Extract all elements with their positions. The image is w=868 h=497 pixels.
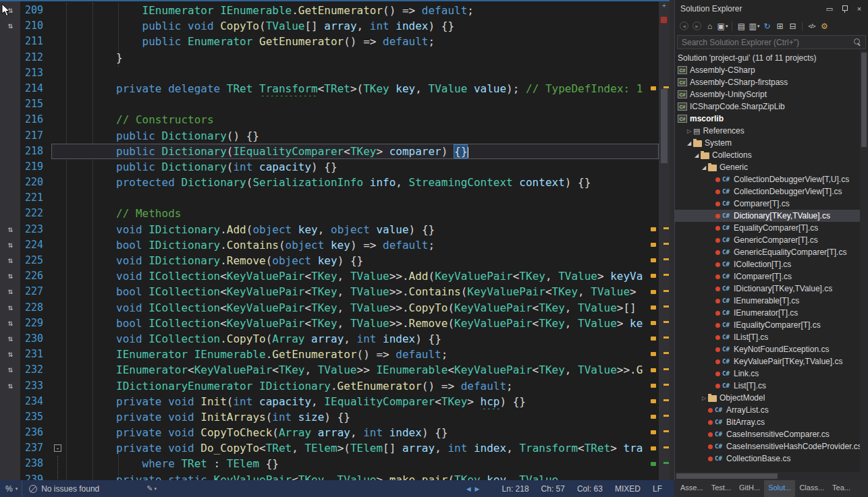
view-code-button[interactable]: </> xyxy=(806,20,817,33)
expander-icon[interactable]: ▷ xyxy=(700,395,708,401)
line-number[interactable]: 237 xyxy=(20,440,51,456)
file-node[interactable]: C#IEqualityComparer[T].cs xyxy=(675,319,860,331)
line-number[interactable]: 232 xyxy=(20,362,51,378)
line-number[interactable]: 214 xyxy=(20,81,51,96)
line-number[interactable]: 212 xyxy=(20,50,51,65)
filter-button[interactable]: ▥▾ xyxy=(749,20,760,33)
project-node[interactable]: C#mscorlib xyxy=(675,113,860,125)
line-number[interactable]: 231 xyxy=(20,347,51,362)
code-line[interactable]: 213 xyxy=(0,65,659,81)
code-line[interactable]: ⇅209 IEnumerator IEnumerable.GetEnumerat… xyxy=(0,3,659,18)
line-number[interactable]: 221 xyxy=(20,190,51,206)
line-number[interactable]: 215 xyxy=(20,96,51,112)
line-number[interactable]: 223 xyxy=(20,222,51,237)
file-node[interactable]: C#Comparer[T].cs xyxy=(675,198,860,210)
code-line[interactable]: 211 public Enumerator GetEnumerator() =>… xyxy=(0,34,659,49)
line-number[interactable]: 209 xyxy=(20,3,51,18)
code-line[interactable]: 236 private void CopyToCheck(Array array… xyxy=(0,425,659,440)
code-line[interactable]: ⇅224 bool IDictionary.Contains(object ke… xyxy=(0,237,659,253)
code-line[interactable]: 218 public Dictionary(IEqualityComparer<… xyxy=(0,144,659,159)
file-node[interactable]: C#List[T].cs xyxy=(675,380,860,392)
file-node[interactable]: C#CollectionDebuggerView[T].cs xyxy=(675,185,860,198)
line-indicator[interactable]: Ln: 218 xyxy=(502,484,529,494)
line-number[interactable]: 234 xyxy=(20,394,51,409)
back-button[interactable]: ◀ xyxy=(678,20,690,33)
code-line[interactable]: 215 xyxy=(0,96,659,112)
solution-node[interactable]: Solution 'project-gui' (11 of 11 project… xyxy=(675,52,860,64)
line-number[interactable]: 216 xyxy=(20,112,51,127)
implements-interface-icon[interactable]: ⇅ xyxy=(0,300,20,316)
forward-button[interactable]: ▶ xyxy=(691,20,703,33)
line-number[interactable]: 230 xyxy=(20,331,51,347)
code-line[interactable]: ⇅227 bool ICollection<KeyValuePair<TKey,… xyxy=(0,284,659,299)
file-node[interactable]: C#Dictionary[TKey,TValue].cs xyxy=(675,210,860,222)
line-number[interactable]: 225 xyxy=(20,253,51,268)
code-editor[interactable]: ⇅209 IEnumerator IEnumerable.GetEnumerat… xyxy=(0,0,670,480)
panel-splitter[interactable] xyxy=(670,0,674,480)
file-node[interactable]: C#IList[T].cs xyxy=(675,331,860,343)
tool-window-tab[interactable]: Tea... xyxy=(828,480,855,497)
zoom-control[interactable]: % ▾ xyxy=(0,484,22,494)
line-number[interactable]: 211 xyxy=(20,34,51,49)
implements-interface-icon[interactable]: ⇅ xyxy=(0,222,20,237)
implements-interface-icon[interactable]: ⇅ xyxy=(0,253,20,268)
properties-button[interactable]: ⚙ xyxy=(819,20,830,33)
home-button[interactable]: ⌂ xyxy=(704,20,715,33)
line-number[interactable]: 210 xyxy=(20,18,51,34)
implements-interface-icon[interactable]: ⇅ xyxy=(0,268,20,284)
issues-indicator[interactable]: No issues found xyxy=(29,484,99,494)
switch-views-button[interactable]: ▣▾ xyxy=(717,20,728,33)
line-number[interactable]: 229 xyxy=(20,316,51,331)
code-line[interactable]: ⇅228 void ICollection<KeyValuePair<TKey,… xyxy=(0,300,659,316)
code-line[interactable]: 235 private void InitArrays(int size) {} xyxy=(0,409,659,425)
collapse-region-button[interactable]: - xyxy=(54,444,61,452)
code-line[interactable]: 237- private void Do_CopyTo<TRet, TElem>… xyxy=(0,440,659,456)
code-line[interactable]: ⇅233 IDictionaryEnumerator IDictionary.G… xyxy=(0,378,659,394)
file-node[interactable]: C#KeyNotFoundException.cs xyxy=(675,343,860,355)
expander-icon[interactable]: ◢ xyxy=(693,152,701,158)
code-line[interactable]: 239 private static KeyValuePair<TKey, TV… xyxy=(0,472,659,480)
window-position-icon[interactable]: ▭ xyxy=(825,5,834,13)
file-node[interactable]: C#BitArray.cs xyxy=(675,416,860,428)
expander-icon[interactable]: ◢ xyxy=(700,165,708,171)
file-node[interactable]: C#CollectionDebuggerView[T,U].cs xyxy=(675,173,860,185)
tool-window-tab[interactable]: GitH... xyxy=(735,480,764,497)
implements-interface-icon[interactable]: ⇅ xyxy=(0,362,20,378)
copy-button[interactable]: ⊞ xyxy=(774,20,786,33)
line-number[interactable]: 218 xyxy=(20,144,51,159)
file-node[interactable]: C#CaseInsensitiveComparer.cs xyxy=(675,428,860,440)
line-number[interactable]: 224 xyxy=(20,237,51,253)
code-line[interactable]: ⇅232 IEnumerator<KeyValuePair<TKey, TVal… xyxy=(0,362,659,378)
document-health-icon[interactable] xyxy=(660,16,668,24)
tool-window-tab[interactable]: Solut... xyxy=(764,480,795,497)
folder-node[interactable]: ◢System xyxy=(675,137,860,149)
tool-window-tab[interactable]: Asse... xyxy=(676,480,707,497)
code-line[interactable]: 234 private void Init(int capacity, IEqu… xyxy=(0,394,659,409)
line-number[interactable]: 217 xyxy=(20,128,51,144)
file-node[interactable]: C#KeyValuePair[TKey,TValue].cs xyxy=(675,355,860,368)
line-number[interactable]: 233 xyxy=(20,378,51,394)
feedback-icon[interactable]: ✎▾ xyxy=(146,484,157,493)
scrollbar-thumb[interactable] xyxy=(676,473,778,479)
code-line[interactable]: ⇅223 void IDictionary.Add(object key, ob… xyxy=(0,222,659,237)
line-number[interactable]: 219 xyxy=(20,159,51,175)
code-line[interactable]: 220 protected Dictionary(SerializationIn… xyxy=(0,175,659,190)
line-number[interactable]: 238 xyxy=(20,456,51,471)
code-line[interactable]: 219 public Dictionary(int capacity) {} xyxy=(0,159,659,175)
split-grip-icon[interactable]: + xyxy=(659,2,670,9)
code-line[interactable]: ⇅210 public void CopyTo(TValue[] array, … xyxy=(0,18,659,34)
folder-node[interactable]: ◢Generic xyxy=(675,161,860,173)
scrollbar-thumb[interactable] xyxy=(661,89,668,163)
expander-icon[interactable]: ▷ xyxy=(685,128,693,134)
search-input[interactable] xyxy=(677,35,866,49)
code-line[interactable]: 217 public Dictionary() {} xyxy=(0,128,659,144)
file-node[interactable]: C#CollectionBase.cs xyxy=(675,452,860,465)
line-number[interactable]: 220 xyxy=(20,175,51,190)
code-line[interactable]: ⇅226 void ICollection<KeyValuePair<TKey,… xyxy=(0,268,659,284)
code-line[interactable]: ⇅225 void IDictionary.Remove(object key)… xyxy=(0,253,659,268)
file-node[interactable]: C#Link.cs xyxy=(675,368,860,380)
code-line[interactable]: 222 // Methods xyxy=(0,206,659,221)
project-node[interactable]: C#Assembly-CSharp-firstpass xyxy=(675,76,860,88)
line-number[interactable]: 226 xyxy=(20,268,51,284)
file-node[interactable]: C#IComparer[T].cs xyxy=(675,270,860,283)
